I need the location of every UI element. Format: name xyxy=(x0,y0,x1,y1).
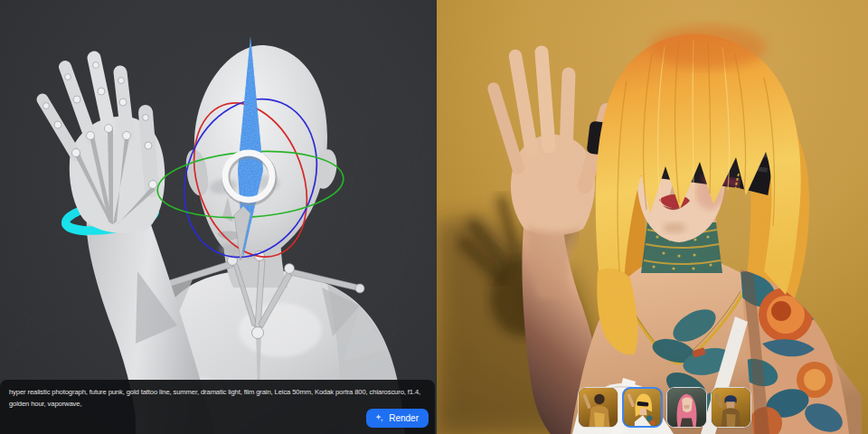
viewport-canvas[interactable] xyxy=(0,0,437,434)
sparkles-icon xyxy=(374,413,384,423)
render-preview-image xyxy=(437,0,868,434)
prompt-text[interactable]: hyper realistic photograph, future punk,… xyxy=(9,387,426,410)
prompt-input[interactable]: hyper realistic photograph, future punk,… xyxy=(0,380,435,434)
viewport-3d[interactable]: hyper realistic photograph, future punk,… xyxy=(0,0,437,434)
film-grain-overlay xyxy=(437,0,868,434)
thumbnail-2[interactable] xyxy=(622,387,663,428)
mannequin-model[interactable] xyxy=(42,36,405,434)
variant-thumbnails xyxy=(578,387,751,428)
thumbnail-4[interactable] xyxy=(711,387,751,428)
app-window: hyper realistic photograph, future punk,… xyxy=(0,0,868,434)
render-button[interactable]: Render xyxy=(366,409,429,428)
render-button-label: Render xyxy=(389,413,419,423)
mannequin-hand[interactable] xyxy=(42,58,165,233)
thumbnail-1[interactable] xyxy=(578,387,618,428)
render-preview xyxy=(437,0,868,434)
thumbnail-3[interactable] xyxy=(666,387,707,428)
